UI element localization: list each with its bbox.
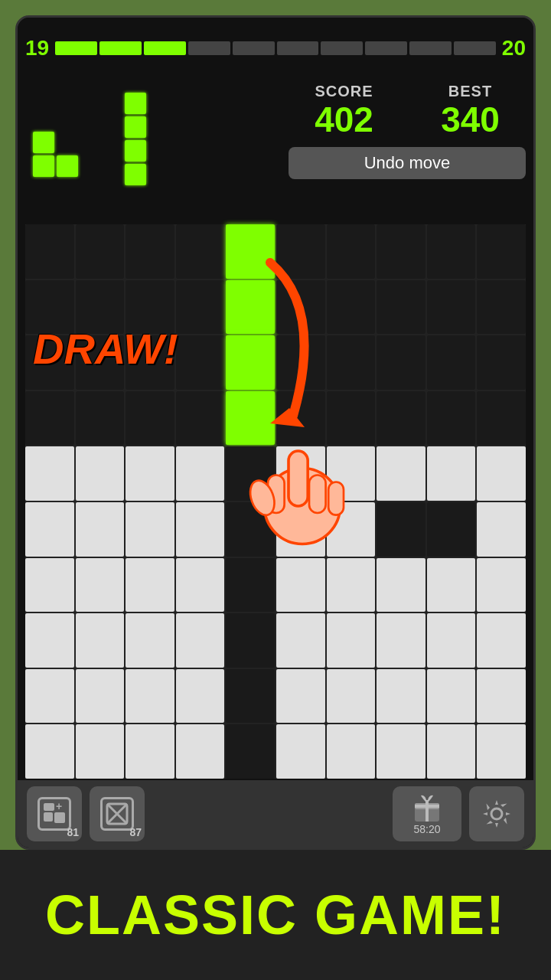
grid-cell-7-9[interactable]	[377, 724, 425, 779]
grid-cell-4-6[interactable]	[226, 558, 275, 612]
grid-cell-9-2[interactable]	[477, 335, 526, 390]
grid-cell-6-1[interactable]	[327, 280, 376, 335]
grid-cell-0-8[interactable]	[25, 669, 74, 724]
grid-cell-3-6[interactable]	[176, 558, 225, 612]
grid-cell-4-2[interactable]	[226, 335, 275, 390]
grid-cell-2-3[interactable]	[126, 391, 174, 446]
grid-cell-3-0[interactable]	[176, 224, 225, 279]
add-block-button[interactable]: + 81	[27, 786, 82, 841]
grid-cell-9-3[interactable]	[477, 391, 526, 446]
grid-cell-3-4[interactable]	[176, 446, 225, 501]
grid-cell-6-6[interactable]	[327, 558, 376, 612]
grid-cell-5-4[interactable]	[276, 446, 325, 501]
grid-cell-7-2[interactable]	[377, 335, 425, 390]
grid-cell-2-0[interactable]	[126, 224, 174, 279]
grid-cell-8-3[interactable]	[427, 391, 476, 446]
grid-cell-2-9[interactable]	[126, 724, 174, 779]
grid-cell-8-6[interactable]	[427, 558, 476, 612]
grid-cell-3-1[interactable]	[176, 280, 225, 335]
grid-cell-6-3[interactable]	[327, 391, 376, 446]
grid-cell-9-1[interactable]	[477, 280, 526, 335]
grid-cell-7-3[interactable]	[377, 391, 425, 446]
gift-button[interactable]: 58:20	[393, 786, 461, 841]
grid-cell-9-4[interactable]	[477, 446, 526, 501]
grid-cell-0-4[interactable]	[25, 446, 74, 501]
grid-cell-1-8[interactable]	[76, 669, 125, 724]
grid-cell-1-4[interactable]	[76, 446, 125, 501]
grid-cell-9-6[interactable]	[477, 558, 526, 612]
grid-cell-2-6[interactable]	[126, 558, 174, 612]
grid-cell-0-3[interactable]	[25, 391, 74, 446]
grid-cell-8-2[interactable]	[427, 335, 476, 390]
grid-cell-5-5[interactable]	[276, 502, 325, 557]
grid-cell-4-0[interactable]	[226, 224, 275, 279]
grid-cell-0-7[interactable]	[25, 613, 74, 668]
grid-cell-9-7[interactable]	[477, 613, 526, 668]
grid-cell-4-1[interactable]	[226, 280, 275, 335]
grid-cell-9-5[interactable]	[477, 502, 526, 557]
grid-cell-4-3[interactable]	[226, 391, 275, 446]
game-grid[interactable]	[25, 224, 526, 779]
grid-cell-3-8[interactable]	[176, 669, 225, 724]
grid-cell-4-4[interactable]	[226, 446, 275, 501]
grid-cell-7-1[interactable]	[377, 280, 425, 335]
grid-cell-1-0[interactable]	[76, 224, 125, 279]
grid-cell-5-8[interactable]	[276, 669, 325, 724]
grid-cell-1-3[interactable]	[76, 391, 125, 446]
grid-cell-8-9[interactable]	[427, 724, 476, 779]
grid-cell-7-7[interactable]	[377, 613, 425, 668]
grid-cell-8-8[interactable]	[427, 669, 476, 724]
remove-block-button[interactable]: 87	[90, 786, 145, 841]
grid-cell-1-7[interactable]	[76, 613, 125, 668]
grid-cell-5-1[interactable]	[276, 280, 325, 335]
grid-cell-0-0[interactable]	[25, 224, 74, 279]
grid-cell-6-9[interactable]	[327, 724, 376, 779]
grid-cell-5-7[interactable]	[276, 613, 325, 668]
grid-cell-7-0[interactable]	[377, 224, 425, 279]
grid-cell-6-5[interactable]	[327, 502, 376, 557]
grid-cell-5-2[interactable]	[276, 335, 325, 390]
grid-cell-9-9[interactable]	[477, 724, 526, 779]
grid-cell-0-6[interactable]	[25, 558, 74, 612]
grid-cell-4-5[interactable]	[226, 502, 275, 557]
grid-cell-5-9[interactable]	[276, 724, 325, 779]
grid-cell-2-7[interactable]	[126, 613, 174, 668]
grid-cell-1-5[interactable]	[76, 502, 125, 557]
grid-cell-2-8[interactable]	[126, 669, 174, 724]
grid-cell-4-9[interactable]	[226, 724, 275, 779]
grid-cell-8-5[interactable]	[427, 502, 476, 557]
grid-cell-5-6[interactable]	[276, 558, 325, 612]
grid-cell-6-0[interactable]	[327, 224, 376, 279]
grid-cell-8-1[interactable]	[427, 280, 476, 335]
settings-button[interactable]	[469, 786, 524, 841]
grid-cell-6-2[interactable]	[327, 335, 376, 390]
grid-cell-1-6[interactable]	[76, 558, 125, 612]
grid-cell-9-0[interactable]	[477, 224, 526, 279]
grid-cell-0-9[interactable]	[25, 724, 74, 779]
grid-cell-3-3[interactable]	[176, 391, 225, 446]
grid-cell-3-2[interactable]	[176, 335, 225, 390]
grid-cell-8-4[interactable]	[427, 446, 476, 501]
grid-cell-7-8[interactable]	[377, 669, 425, 724]
grid-area[interactable]	[25, 224, 526, 779]
grid-cell-4-7[interactable]	[226, 613, 275, 668]
grid-cell-0-5[interactable]	[25, 502, 74, 557]
grid-cell-2-4[interactable]	[126, 446, 174, 501]
grid-cell-8-7[interactable]	[427, 613, 476, 668]
grid-cell-5-0[interactable]	[276, 224, 325, 279]
grid-cell-3-9[interactable]	[176, 724, 225, 779]
grid-cell-6-7[interactable]	[327, 613, 376, 668]
grid-cell-1-9[interactable]	[76, 724, 125, 779]
grid-cell-7-6[interactable]	[377, 558, 425, 612]
grid-cell-2-5[interactable]	[126, 502, 174, 557]
grid-cell-3-7[interactable]	[176, 613, 225, 668]
grid-cell-9-8[interactable]	[477, 669, 526, 724]
grid-cell-7-4[interactable]	[377, 446, 425, 501]
grid-cell-6-8[interactable]	[327, 669, 376, 724]
grid-cell-4-8[interactable]	[226, 669, 275, 724]
grid-cell-5-3[interactable]	[276, 391, 325, 446]
grid-cell-3-5[interactable]	[176, 502, 225, 557]
grid-cell-7-5[interactable]	[377, 502, 425, 557]
grid-cell-8-0[interactable]	[427, 224, 476, 279]
grid-cell-6-4[interactable]	[327, 446, 376, 501]
